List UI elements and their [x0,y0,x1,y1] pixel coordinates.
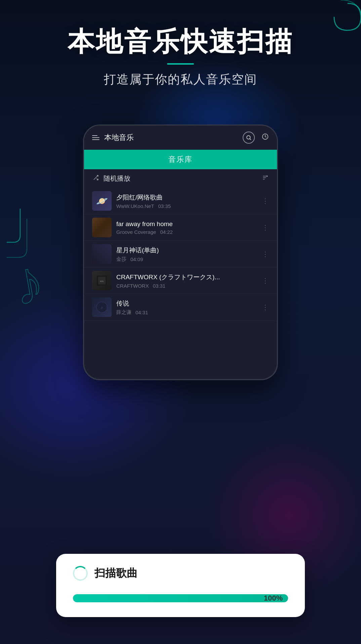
thumb-image: IMG [92,271,112,290]
sort-icon[interactable] [262,175,269,182]
song-thumbnail: IMG [92,271,112,290]
scan-spinner [73,566,88,581]
song-duration: 04:22 [160,229,173,235]
song-thumbnail [92,191,112,211]
phone-mockup: 本地音乐 音乐库 [83,124,278,380]
song-artist: WwW.UKoo.NeT [116,203,154,209]
hero-subtitle: 打造属于你的私人音乐空间 [0,71,361,88]
song-title: 夕阳红/网络歌曲 [116,193,257,202]
song-meta: 薛之谦 04:31 [116,309,257,316]
song-title: 星月神话(单曲) [116,246,257,255]
song-item[interactable]: 夕阳红/网络歌曲 WwW.UKoo.NeT 03:35 ⋮ [84,188,277,214]
song-duration: 04:31 [135,310,148,315]
song-info: 夕阳红/网络歌曲 WwW.UKoo.NeT 03:35 [116,193,257,209]
song-item[interactable]: IMG CRAFTWORX (クラフトワークス)... CRAFTWORX 03… [84,267,277,294]
thumb-image [92,218,112,237]
song-duration: 04:09 [130,256,143,262]
svg-point-0 [247,136,250,139]
shuffle-left: 随机播放 [92,174,130,183]
svg-text:IMG: IMG [100,280,104,282]
song-info: 传说 薛之谦 04:31 [116,299,257,316]
shuffle-row[interactable]: 随机播放 [84,169,277,188]
song-info: far away from home Groove Coverage 04:22 [116,220,257,235]
song-artist: 金莎 [116,256,126,262]
phone-header-icons [243,132,269,144]
song-thumbnail [92,244,112,264]
music-library-tab[interactable]: 音乐库 [84,150,277,169]
scan-dialog: 扫描歌曲 100% [56,554,305,617]
song-duration: 03:35 [158,203,171,209]
hero-title: 本地音乐快速扫描 [0,27,361,57]
song-info: 星月神话(单曲) 金莎 04:09 [116,246,257,262]
progress-bar-fill [73,594,288,602]
shuffle-label: 随机播放 [104,174,130,183]
shuffle-icon [92,175,99,182]
progress-label: 100% [264,594,283,602]
song-more-button[interactable]: ⋮ [262,223,269,231]
deco-bottom-left-lines [7,209,47,316]
song-title: far away from home [116,220,257,228]
song-item[interactable]: ♪ 传说 薛之谦 04:31 ⋮ [84,294,277,321]
clock-icon[interactable] [262,133,269,142]
song-info: CRAFTWORX (クラフトワークス)... CRAFTWORX 03:31 [116,273,257,289]
song-more-button[interactable]: ⋮ [262,197,269,205]
song-more-button[interactable]: ⋮ [262,303,269,311]
scan-title: 扫描歌曲 [94,566,137,581]
song-artist: Groove Coverage [116,229,156,235]
song-more-button[interactable]: ⋮ [262,277,269,285]
song-meta: CRAFTWORX 03:31 [116,283,257,289]
song-meta: WwW.UKoo.NeT 03:35 [116,203,257,209]
menu-icon[interactable] [92,135,99,140]
svg-line-1 [250,139,251,140]
svg-text:♪: ♪ [101,306,103,309]
progress-bar-container: 100% [73,594,288,602]
scan-header: 扫描歌曲 [73,566,288,581]
song-title: CRAFTWORX (クラフトワークス)... [116,273,257,282]
song-meta: 金莎 04:09 [116,256,257,262]
hero-section: 本地音乐快速扫描 打造属于你的私人音乐空间 [0,27,361,88]
song-artist: 薛之谦 [116,309,131,316]
hero-divider [167,63,194,65]
song-thumbnail: ♪ [92,297,112,317]
phone-title: 本地音乐 [104,133,134,143]
song-item[interactable]: 星月神话(单曲) 金莎 04:09 ⋮ [84,241,277,267]
song-artist: CRAFTWORX [116,283,149,289]
song-list: 夕阳红/网络歌曲 WwW.UKoo.NeT 03:35 ⋮ far away f… [84,188,277,321]
song-duration: 03:31 [153,283,166,289]
song-item[interactable]: far away from home Groove Coverage 04:22… [84,214,277,241]
song-thumbnail [92,218,112,237]
song-meta: Groove Coverage 04:22 [116,229,257,235]
song-title: 传说 [116,299,257,308]
phone-header-left: 本地音乐 [92,133,134,143]
search-icon[interactable] [243,132,255,144]
song-more-button[interactable]: ⋮ [262,250,269,258]
phone-header: 本地音乐 [84,126,277,150]
thumb-image [92,244,112,264]
